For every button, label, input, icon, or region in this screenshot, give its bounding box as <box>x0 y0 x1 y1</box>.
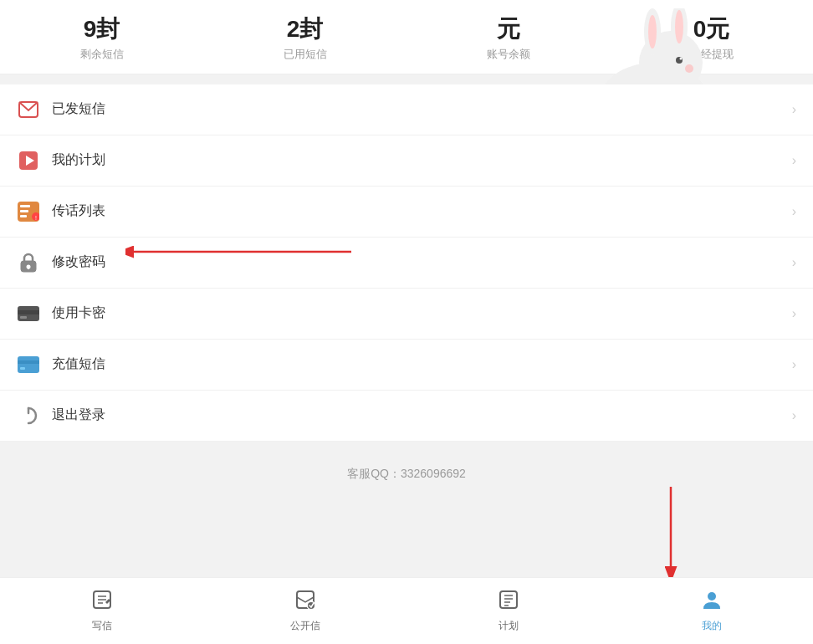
menu-item-card[interactable]: 使用卡密 › <box>0 289 813 340</box>
svg-rect-16 <box>20 205 30 207</box>
svg-rect-29 <box>20 367 25 370</box>
menu-list-label: 传话列表 <box>52 202 792 220</box>
nav-mine-label: 我的 <box>702 619 722 633</box>
menu-plan-label: 我的计划 <box>52 151 792 169</box>
svg-rect-25 <box>18 310 39 314</box>
stat-used-number: 2封 <box>203 15 406 43</box>
recharge-icon <box>17 353 40 376</box>
svg-point-47 <box>708 592 716 601</box>
menu-sent-label: 已发短信 <box>52 100 792 118</box>
nav-item-plan[interactable]: 计划 <box>406 582 610 640</box>
stat-balance: 元 账号余额 <box>406 15 610 62</box>
stat-withdrawn-number: 0元 <box>610 15 813 43</box>
menu-password-label: 修改密码 <box>52 253 792 271</box>
svg-rect-28 <box>18 360 39 364</box>
customer-service-text: 客服QQ：3326096692 <box>347 467 466 480</box>
menu-logout-arrow: › <box>792 408 796 423</box>
stat-withdrawn-label: 已经提现 <box>610 47 813 62</box>
svg-rect-26 <box>20 316 27 319</box>
svg-text:!: ! <box>35 215 37 221</box>
menu-recharge-arrow: › <box>792 357 796 372</box>
stat-used: 2封 已用短信 <box>203 15 406 62</box>
svg-rect-27 <box>18 356 39 373</box>
mine-icon <box>701 589 723 616</box>
svg-rect-17 <box>20 210 28 212</box>
stat-balance-number: 元 <box>406 15 610 43</box>
menu-list: 已发短信 › 我的计划 › ! 传话列表 › <box>0 84 813 442</box>
menu-item-logout[interactable]: 退出登录 › <box>0 391 813 442</box>
nav-public-label: 公开信 <box>290 619 320 633</box>
nav-write-label: 写信 <box>92 619 112 633</box>
sent-icon <box>17 98 40 121</box>
nav-item-public[interactable]: 公开信 <box>203 582 406 640</box>
password-icon <box>17 251 40 274</box>
card-icon <box>17 302 40 325</box>
menu-item-sent[interactable]: 已发短信 › <box>0 84 813 135</box>
stat-remaining-label: 剩余短信 <box>0 47 203 62</box>
stat-remaining: 9封 剩余短信 <box>0 15 203 62</box>
customer-service: 客服QQ：3326096692 <box>0 442 813 507</box>
plan-nav-icon <box>498 589 519 616</box>
stat-used-label: 已用短信 <box>203 47 406 62</box>
menu-recharge-label: 充值短信 <box>52 355 792 373</box>
menu-item-recharge[interactable]: 充值短信 › <box>0 340 813 391</box>
menu-password-arrow: › <box>792 255 796 270</box>
menu-logout-label: 退出登录 <box>52 406 792 424</box>
public-icon <box>294 589 316 616</box>
nav-item-write[interactable]: 写信 <box>0 582 203 640</box>
stats-bar: 9封 剩余短信 2封 已用短信 元 账号余额 0元 已经提现 <box>0 0 813 74</box>
menu-card-arrow: › <box>792 306 796 321</box>
menu-item-plan[interactable]: 我的计划 › <box>0 135 813 187</box>
plan-icon <box>17 149 40 172</box>
nav-plan-label: 计划 <box>499 619 519 633</box>
menu-item-list[interactable]: ! 传话列表 › <box>0 187 813 238</box>
stat-remaining-number: 9封 <box>0 15 203 43</box>
write-icon <box>91 589 113 616</box>
svg-rect-23 <box>28 267 29 269</box>
menu-card-label: 使用卡密 <box>52 304 792 322</box>
stat-balance-label: 账号余额 <box>406 47 610 62</box>
logout-icon <box>17 404 40 427</box>
bottom-nav: 写信 公开信 计划 <box>0 577 813 644</box>
menu-item-password[interactable]: 修改密码 › <box>0 238 813 289</box>
menu-plan-arrow: › <box>792 153 796 168</box>
svg-rect-18 <box>20 215 27 217</box>
menu-list-arrow: › <box>792 204 796 219</box>
stat-withdrawn: 0元 已经提现 <box>610 15 813 62</box>
nav-item-mine[interactable]: 我的 <box>610 582 813 640</box>
menu-sent-arrow: › <box>792 102 796 117</box>
list-icon: ! <box>17 200 40 223</box>
